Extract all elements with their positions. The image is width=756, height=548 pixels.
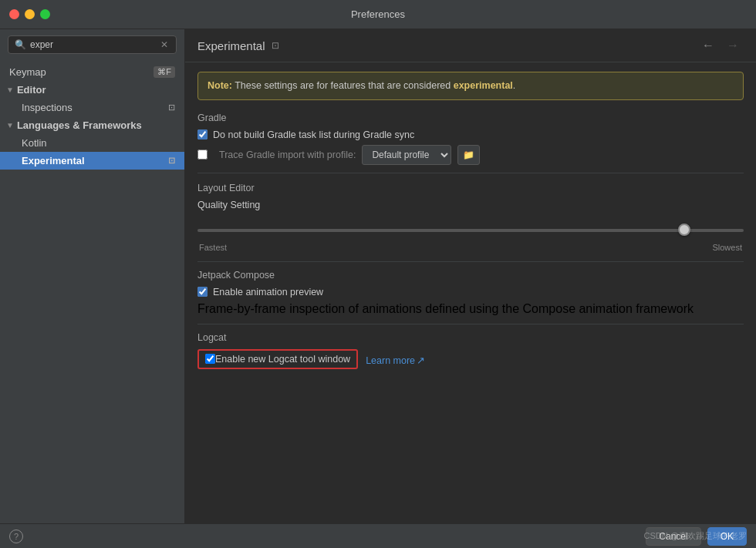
note-text: These settings are for features that are… (232, 80, 454, 91)
divider-2 (197, 261, 744, 262)
animation-preview-label: Enable animation preview (213, 287, 323, 298)
learn-more-link[interactable]: Learn more ↗ (366, 355, 425, 366)
learn-more-arrow-icon: ↗ (417, 355, 425, 366)
sidebar-section-editor-label: Editor (17, 84, 46, 96)
nav-arrows: ← → (697, 37, 744, 54)
divider-1 (197, 173, 744, 173)
sidebar-section-editor[interactable]: ▼ Editor (0, 81, 184, 99)
quality-setting-label: Quality Setting (197, 200, 744, 210)
nav-back-button[interactable]: ← (697, 37, 719, 54)
window-title: Preferences (351, 8, 405, 20)
section-logcat: Logcat (197, 332, 744, 343)
languages-arrow-icon: ▼ (6, 121, 14, 129)
sidebar: 🔍 ✕ Keymap ⌘F ▼ Editor Inspections ⊡ ▼ (0, 29, 185, 523)
note-suffix: . (513, 80, 515, 91)
sidebar-item-experimental-label: Experimental (22, 155, 85, 166)
note-bold: experimental (454, 80, 513, 91)
trace-row: Trace Gradle import with profile: Defaul… (197, 145, 744, 165)
quality-max-label: Slowest (712, 243, 742, 252)
trace-label: Trace Gradle import with profile: (219, 150, 356, 160)
maximize-button[interactable] (40, 9, 50, 19)
animation-preview-sublabel: Frame-by-frame inspection of animations … (197, 302, 694, 315)
close-button[interactable] (9, 9, 19, 19)
help-button[interactable]: ? (9, 530, 23, 543)
nav-forward-button[interactable]: → (722, 37, 744, 54)
quality-slider-wrapper (197, 215, 744, 241)
learn-more-label: Learn more (366, 355, 415, 366)
section-jetpack-compose: Jetpack Compose (197, 270, 744, 281)
cancel-button[interactable]: Cancel (646, 527, 700, 546)
logcat-checkbox-label: Enable new Logcat tool window (215, 354, 350, 365)
section-layout-editor: Layout Editor (197, 183, 744, 193)
logcat-section: Logcat Enable new Logcat tool window Lea… (197, 332, 744, 372)
checkbox-do-not-build: Do not build Gradle task list during Gra… (197, 129, 744, 140)
quality-min-label: Fastest (199, 243, 227, 252)
sidebar-item-inspections-label: Inspections (22, 102, 73, 113)
checkbox-do-not-build-input[interactable] (197, 129, 208, 140)
quality-slider[interactable] (197, 229, 744, 232)
search-box: 🔍 ✕ (8, 35, 177, 54)
logcat-checkbox-input[interactable] (205, 354, 215, 364)
content-body: Note: These settings are for features th… (185, 62, 756, 523)
sidebar-section-languages[interactable]: ▼ Languages & Frameworks (0, 116, 184, 134)
content-area: Experimental ⊡ ← → Note: These settings … (185, 29, 756, 523)
sidebar-item-inspections[interactable]: Inspections ⊡ (0, 99, 184, 116)
search-clear-icon[interactable]: ✕ (159, 39, 170, 50)
logcat-highlighted-box: Enable new Logcat tool window (197, 349, 358, 369)
divider-3 (197, 324, 744, 324)
quality-setting-row: Quality Setting Fastest Slowest (197, 200, 744, 252)
sidebar-item-keymap-label: Keymap (9, 66, 46, 78)
sidebar-item-kotlin[interactable]: Kotlin (0, 134, 184, 152)
search-icon: 🔍 (15, 39, 26, 50)
editor-arrow-icon: ▼ (6, 86, 14, 94)
sidebar-item-keymap[interactable]: Keymap ⌘F (0, 63, 184, 81)
content-title: Experimental (197, 39, 265, 52)
minimize-button[interactable] (25, 9, 35, 19)
checkbox-animation-preview: Enable animation preview (197, 287, 744, 298)
sidebar-list: Keymap ⌘F ▼ Editor Inspections ⊡ ▼ Langu… (0, 60, 184, 523)
keymap-shortcut: ⌘F (154, 66, 175, 78)
quality-labels: Fastest Slowest (197, 243, 744, 252)
animation-preview-checkbox-input[interactable] (197, 287, 208, 297)
trace-profile-dropdown[interactable]: Default profile Custom profile (362, 145, 451, 165)
inspections-icon: ⊡ (168, 103, 175, 113)
bottom-bar: ? Cancel OK (0, 523, 756, 548)
sidebar-item-experimental[interactable]: Experimental ⊡ (0, 152, 184, 170)
trace-folder-button[interactable]: 📁 (457, 145, 480, 165)
trace-checkbox-input[interactable] (197, 150, 208, 160)
content-header: Experimental ⊡ ← → (185, 29, 756, 62)
content-title-icon: ⊡ (272, 40, 279, 51)
layout-editor-section: Layout Editor Quality Setting Fastest Sl… (197, 183, 744, 252)
note-banner: Note: These settings are for features th… (197, 72, 744, 100)
sidebar-item-kotlin-label: Kotlin (22, 137, 47, 149)
ok-button[interactable]: OK (707, 527, 747, 546)
bottom-bar-actions: Cancel OK (646, 527, 747, 546)
window-controls (9, 9, 50, 19)
sidebar-section-languages-label: Languages & Frameworks (17, 119, 142, 131)
main-container: 🔍 ✕ Keymap ⌘F ▼ Editor Inspections ⊡ ▼ (0, 29, 756, 523)
note-prefix: Note: (208, 80, 232, 91)
titlebar: Preferences (0, 0, 756, 29)
checkbox-do-not-build-label: Do not build Gradle task list during Gra… (213, 129, 414, 140)
search-input[interactable] (30, 39, 159, 50)
section-gradle: Gradle (197, 113, 744, 123)
compose-items: Enable animation preview Frame-by-frame … (197, 287, 744, 316)
experimental-icon: ⊡ (168, 156, 175, 166)
logcat-row: Enable new Logcat tool window Learn more… (197, 349, 744, 372)
